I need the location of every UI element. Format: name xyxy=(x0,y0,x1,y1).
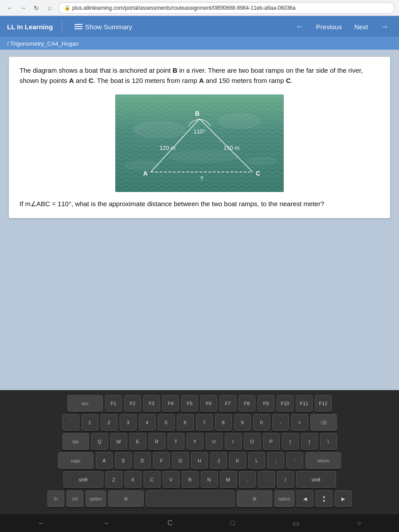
key-h[interactable]: H xyxy=(191,452,208,469)
key-semicolon[interactable]: ; xyxy=(267,452,284,469)
key-period[interactable]: . xyxy=(258,471,275,488)
key-ctrl[interactable]: ctrl xyxy=(66,490,83,507)
show-summary-button[interactable]: Show Summary xyxy=(71,21,136,32)
key-slash[interactable]: / xyxy=(277,471,294,488)
key-space[interactable] xyxy=(146,490,235,507)
key-x[interactable]: X xyxy=(125,471,141,488)
key-2[interactable]: 2 xyxy=(101,414,117,431)
svg-point-2 xyxy=(133,121,186,139)
key-f2[interactable]: F2 xyxy=(124,395,141,412)
key-f8[interactable]: F8 xyxy=(239,395,255,412)
key-f6[interactable]: F6 xyxy=(200,395,217,412)
next-button[interactable]: Next xyxy=(351,21,372,32)
key-f5[interactable]: F5 xyxy=(181,395,198,412)
key-p[interactable]: P xyxy=(263,433,280,450)
key-tab[interactable]: tab xyxy=(63,433,89,450)
key-v[interactable]: V xyxy=(163,471,180,488)
key-option[interactable]: option xyxy=(86,490,106,507)
key-k[interactable]: K xyxy=(229,452,246,469)
key-equals[interactable]: = xyxy=(291,414,308,431)
bottom-window-icon[interactable]: ▭ xyxy=(293,519,299,528)
key-right[interactable]: ▶ xyxy=(335,490,352,507)
key-1[interactable]: 1 xyxy=(82,414,98,431)
key-shift-right[interactable]: shift xyxy=(296,471,336,488)
key-option-right[interactable]: option xyxy=(274,490,294,507)
key-z[interactable]: Z xyxy=(106,471,122,488)
forward-button[interactable]: → xyxy=(18,3,28,13)
key-f9[interactable]: F9 xyxy=(258,395,274,412)
refresh-button[interactable]: ↻ xyxy=(31,3,42,13)
show-summary-label: Show Summary xyxy=(85,23,132,31)
hamburger-line-1 xyxy=(74,24,82,25)
key-enter[interactable]: return xyxy=(305,452,341,469)
key-5[interactable]: 5 xyxy=(158,414,175,431)
key-lbracket[interactable]: [ xyxy=(282,433,299,450)
left-arrow-button[interactable]: ← xyxy=(292,20,307,33)
key-8[interactable]: 8 xyxy=(215,414,232,431)
key-3[interactable]: 3 xyxy=(120,414,137,431)
key-n[interactable]: N xyxy=(201,471,218,488)
bottom-square-icon[interactable]: □ xyxy=(231,519,235,527)
key-shift-left[interactable]: shift xyxy=(63,471,103,488)
back-button[interactable]: ← xyxy=(4,3,15,13)
key-backspace[interactable]: ⌫ xyxy=(310,414,337,431)
key-o[interactable]: O xyxy=(244,433,261,450)
key-f3[interactable]: F3 xyxy=(143,395,160,412)
key-left[interactable]: ◀ xyxy=(297,490,313,507)
key-comma[interactable]: , xyxy=(239,471,256,488)
key-d[interactable]: D xyxy=(134,452,151,469)
key-esc[interactable]: esc xyxy=(67,395,103,412)
key-c[interactable]: C xyxy=(144,471,160,488)
key-j[interactable]: J xyxy=(210,452,227,469)
url-bar[interactable]: 🔒 plus.allinlearning.com/portal/assessme… xyxy=(59,2,395,14)
question-card: The diagram shows a boat that is anchore… xyxy=(9,57,390,218)
key-e[interactable]: E xyxy=(129,433,146,450)
key-s[interactable]: S xyxy=(115,452,132,469)
svg-text:110°: 110° xyxy=(194,128,206,135)
key-rbracket[interactable]: ] xyxy=(301,433,318,450)
bottom-refresh-icon[interactable]: C xyxy=(168,519,173,527)
key-9[interactable]: 9 xyxy=(234,414,251,431)
bottom-forward-icon[interactable]: → xyxy=(103,519,110,527)
key-b[interactable]: B xyxy=(182,471,199,488)
key-f1[interactable]: F1 xyxy=(105,395,122,412)
key-f7[interactable]: F7 xyxy=(219,395,236,412)
browser-controls: ← → ↻ ⌂ xyxy=(4,3,55,13)
svg-text:A: A xyxy=(143,170,148,177)
key-quote[interactable]: ' xyxy=(286,452,303,469)
key-0[interactable]: 0 xyxy=(253,414,270,431)
key-4[interactable]: 4 xyxy=(139,414,156,431)
key-i[interactable]: I xyxy=(225,433,242,450)
key-backslash[interactable]: \ xyxy=(320,433,337,450)
key-t[interactable]: T xyxy=(168,433,184,450)
key-l[interactable]: L xyxy=(248,452,265,469)
key-a[interactable]: A xyxy=(96,452,113,469)
key-minus[interactable]: - xyxy=(272,414,289,431)
home-button[interactable]: ⌂ xyxy=(44,3,55,13)
key-f12[interactable]: F12 xyxy=(315,395,332,412)
key-f10[interactable]: F10 xyxy=(277,395,293,412)
key-y[interactable]: Y xyxy=(187,433,203,450)
key-f4[interactable]: F4 xyxy=(162,395,179,412)
key-up-down[interactable]: ▲▼ xyxy=(316,490,332,507)
keyboard-row-2: ` 1 2 3 4 5 6 7 8 9 0 - = ⌫ xyxy=(63,414,337,431)
key-7[interactable]: 7 xyxy=(196,414,213,431)
key-backtick[interactable]: ` xyxy=(63,414,79,431)
key-fn[interactable]: fn xyxy=(47,490,64,507)
key-u[interactable]: U xyxy=(206,433,223,450)
key-r[interactable]: R xyxy=(149,433,165,450)
right-arrow-button[interactable]: → xyxy=(377,20,392,33)
key-g[interactable]: G xyxy=(172,452,189,469)
key-f[interactable]: F xyxy=(153,452,170,469)
key-cmd-right[interactable]: ⌘ xyxy=(237,490,272,507)
key-6[interactable]: 6 xyxy=(177,414,194,431)
key-cmd-left[interactable]: ⌘ xyxy=(108,490,144,507)
key-f11[interactable]: F11 xyxy=(296,395,313,412)
key-m[interactable]: M xyxy=(220,471,237,488)
key-q[interactable]: Q xyxy=(91,433,108,450)
key-w[interactable]: W xyxy=(110,433,127,450)
previous-button[interactable]: Previous xyxy=(313,21,345,32)
key-caps[interactable]: caps xyxy=(58,452,94,469)
bottom-back-icon[interactable]: ← xyxy=(38,519,45,527)
bottom-circle-icon[interactable]: ○ xyxy=(357,519,361,527)
